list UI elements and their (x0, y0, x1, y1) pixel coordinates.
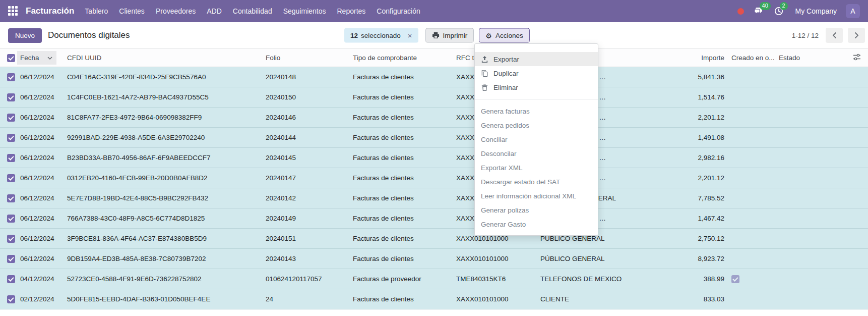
pager-next-button[interactable] (848, 28, 865, 43)
cell-uuid: 0312EB20-4160-4FCB-99EB-20D0B0AFB8D2 (67, 174, 266, 182)
topbar-menu-item[interactable]: Seguimientos (278, 7, 332, 15)
row-checkbox[interactable] (7, 275, 15, 283)
table-row[interactable]: 06/12/2024 9DB159A4-ED3B-485A-8E38-7C807… (0, 249, 868, 269)
action-menu-item[interactable]: Descargar estado del SAT (475, 175, 598, 189)
selection-label: seleccionado (361, 32, 401, 39)
row-checkbox[interactable] (7, 73, 15, 81)
table-row[interactable]: 04/12/2024 52723CE0-4588-4F91-9E6D-73622… (0, 269, 868, 289)
cell-importe: 1,467.42 (606, 215, 724, 222)
cell-importe: 1,491.08 (606, 134, 724, 141)
clear-selection-icon[interactable]: × (408, 32, 412, 39)
row-checkbox[interactable] (7, 134, 15, 142)
cell-fecha: 06/12/2024 (20, 154, 67, 162)
notification-dot-icon[interactable] (737, 8, 744, 15)
table-row[interactable]: 06/12/2024 1C4FC0EB-1621-4A72-AB79-BAC49… (0, 87, 868, 108)
topbar-menu-item[interactable]: ADD (201, 7, 227, 15)
cell-partner: PÚBLICO GENERAL (540, 255, 606, 262)
actions-button[interactable]: ⚙ Acciones (479, 28, 529, 43)
apps-grid-icon[interactable] (8, 6, 19, 17)
action-label: Descargar estado del SAT (481, 178, 560, 186)
topbar-menu-item[interactable]: Tablero (79, 7, 113, 15)
column-header-uuid[interactable]: CFDI UUID (67, 54, 266, 62)
messages-icon[interactable]: 40 (753, 6, 764, 17)
cell-fecha: 06/12/2024 (20, 215, 67, 222)
optional-columns-icon[interactable] (853, 53, 861, 61)
action-label: Generar polizas (481, 206, 529, 214)
cell-uuid: 766A7388-43C0-48F9-A8C5-6C774D8D1825 (67, 215, 266, 222)
action-menu-item[interactable]: Conciliar (475, 132, 598, 146)
action-label: Conciliar (481, 136, 508, 143)
table-row[interactable]: 06/12/2024 766A7388-43C0-48F9-A8C5-6C774… (0, 208, 868, 229)
activities-icon[interactable]: 2 (773, 6, 784, 17)
table-row[interactable]: 06/12/2024 C04E16AC-319F-420F-834D-25F9C… (0, 67, 868, 87)
row-checkbox[interactable] (7, 154, 15, 162)
table-row[interactable]: 06/12/2024 81C8FA77-2FE3-4972-9B64-06909… (0, 108, 868, 128)
cell-fecha: 06/12/2024 (20, 235, 67, 242)
actions-label: Acciones (495, 32, 523, 39)
column-header-folio[interactable]: Folio (266, 54, 353, 62)
cell-folio: 20240144 (266, 134, 353, 141)
action-menu-item[interactable]: Desconcilar (475, 146, 598, 161)
action-menu-item[interactable]: Leer información adicional XML (475, 189, 598, 203)
table-row[interactable]: 06/12/2024 5E7E7D8B-19BD-42E4-88C5-B9BC2… (0, 188, 868, 208)
new-button[interactable]: Nuevo (8, 28, 42, 43)
print-button[interactable]: Imprimir (425, 28, 474, 43)
upload-icon (481, 56, 488, 63)
table-row[interactable]: 02/12/2024 5D0FE815-EEBD-4DAF-B363-01D05… (0, 289, 868, 309)
topbar-menu-item[interactable]: Configuración (371, 7, 425, 15)
cell-folio: 20240148 (266, 73, 353, 81)
row-checkbox[interactable] (7, 255, 15, 263)
action-menu-item[interactable]: Genera pedidos (475, 118, 598, 132)
user-avatar[interactable]: A (846, 4, 860, 18)
cell-folio: 20240147 (266, 174, 353, 182)
row-checkbox[interactable] (7, 235, 15, 243)
cell-importe: 388.99 (606, 275, 724, 283)
pager-previous-button[interactable] (826, 28, 843, 43)
action-menu-item[interactable]: Generar polizas (475, 203, 598, 217)
cell-tipo: Facturas de clientes (353, 295, 456, 303)
action-menu-item[interactable]: Exportar XML (475, 161, 598, 175)
row-checkbox[interactable] (7, 194, 15, 202)
action-menu-item[interactable]: Eliminar (475, 80, 598, 94)
table-row[interactable]: 06/12/2024 92991BAD-229E-4938-A5DE-6A3E2… (0, 128, 868, 148)
cell-fecha: 06/12/2024 (20, 134, 67, 141)
cell-tipo: Facturas de clientes (353, 134, 456, 141)
table-row[interactable]: 06/12/2024 0312EB20-4160-4FCB-99EB-20D0B… (0, 168, 868, 188)
company-switcher[interactable]: My Company (795, 7, 837, 15)
column-header-importe[interactable]: Importe (606, 54, 724, 62)
cell-rfc: XAXX010101000 (456, 235, 540, 242)
cell-tipo: Facturas de clientes (353, 235, 456, 242)
table-body: 06/12/2024 C04E16AC-319F-420F-834D-25F9C… (0, 67, 868, 309)
app-name[interactable]: Facturación (26, 6, 74, 16)
column-header-fecha[interactable]: Fecha (17, 51, 56, 65)
column-header-creado[interactable]: Creado en o... (724, 54, 779, 62)
action-menu-item[interactable]: Genera facturas (475, 104, 598, 118)
table-row[interactable]: 06/12/2024 3F9BCE81-836A-4F64-AC37-E8743… (0, 229, 868, 249)
select-all-checkbox[interactable] (7, 54, 15, 62)
cell-tipo: Facturas de proveedor (353, 275, 456, 283)
created-in-odoo-checkbox[interactable] (731, 275, 739, 283)
copy-icon (481, 70, 488, 77)
cell-importe: 1,514.76 (606, 93, 724, 101)
row-checkbox[interactable] (7, 93, 15, 101)
topbar-menu-item[interactable]: Proveedores (150, 7, 201, 15)
topbar-menu-item[interactable]: Contabilidad (227, 7, 278, 15)
action-menu-item[interactable]: Exportar (475, 52, 598, 66)
action-menu-item[interactable]: Duplicar (475, 66, 598, 80)
cell-importe: 2,201.12 (606, 114, 724, 121)
topbar-menu-item[interactable]: Clientes (113, 7, 150, 15)
table-row[interactable]: 06/12/2024 B23BD33A-BB70-4956-86AF-6F9AB… (0, 148, 868, 168)
cell-importe: 2,201.12 (606, 174, 724, 182)
column-header-tipo[interactable]: Tipo de comprobante (353, 54, 456, 62)
row-checkbox[interactable] (7, 215, 15, 223)
gear-icon: ⚙ (485, 32, 492, 39)
topbar-menu-item[interactable]: Reportes (332, 7, 371, 15)
row-checkbox[interactable] (7, 295, 15, 303)
column-header-estado[interactable]: Estado (779, 54, 837, 62)
row-checkbox[interactable] (7, 174, 15, 182)
menu-divider (475, 99, 598, 99)
action-label: Exportar (493, 56, 519, 63)
action-menu-item[interactable]: Generar Gasto (475, 217, 598, 231)
cell-fecha: 06/12/2024 (20, 174, 67, 182)
row-checkbox[interactable] (7, 114, 15, 122)
